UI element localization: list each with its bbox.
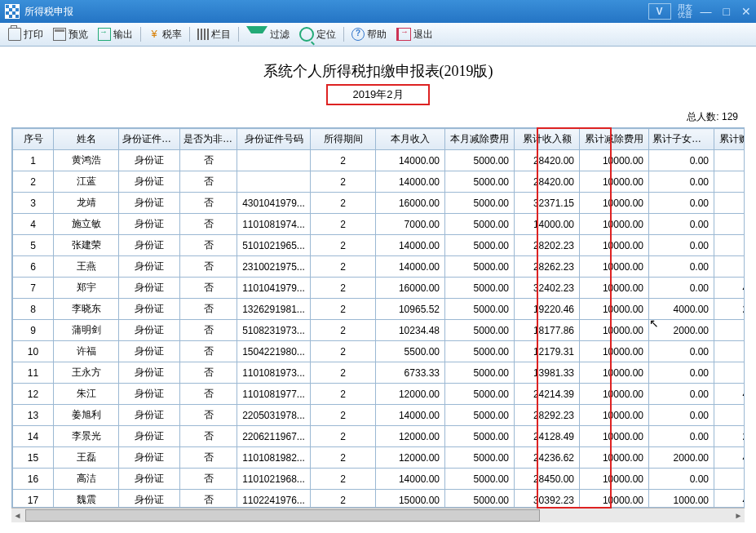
cell-income[interactable]: 16000.00 — [376, 278, 445, 299]
cell-deduct[interactable]: 5000.00 — [445, 469, 515, 490]
col-elder[interactable]: 累计赡养老人 — [714, 129, 745, 150]
cell-child[interactable]: 0.00 — [649, 405, 714, 426]
cell-seq[interactable]: 11 — [13, 362, 54, 384]
cell-idno[interactable]: 1101021968... — [237, 469, 311, 490]
cell-period[interactable]: 2 — [311, 405, 376, 426]
cell-child[interactable]: 2000.00 — [649, 320, 714, 341]
cell-acc_income[interactable]: 28420.00 — [515, 150, 580, 171]
col-name[interactable]: 姓名 — [54, 129, 119, 150]
cell-period[interactable]: 2 — [311, 193, 376, 214]
cell-idno[interactable]: 1102241976... — [237, 490, 311, 509]
cell-period[interactable]: 2 — [311, 447, 376, 469]
cell-income[interactable]: 14000.00 — [376, 469, 445, 490]
cell-idno[interactable]: 5108231973... — [237, 320, 311, 341]
cell-acc_deduct[interactable]: 10000.00 — [580, 235, 649, 256]
cell-elder[interactable]: 0.00 — [714, 150, 745, 171]
cell-acc_deduct[interactable]: 10000.00 — [580, 150, 649, 171]
cell-acc_income[interactable]: 28202.23 — [515, 235, 580, 256]
cell-seq[interactable]: 9 — [13, 320, 54, 341]
table-row[interactable]: 13姜旭利身份证否2205031978...214000.005000.0028… — [13, 405, 745, 426]
cell-nonres[interactable]: 否 — [180, 171, 237, 193]
cell-nonres[interactable]: 否 — [180, 278, 237, 299]
grid-scroll[interactable]: 序号 姓名 身份证件类型 是否为非居... 身份证件号码 所得期间 本月收入 本… — [11, 127, 745, 508]
cell-acc_deduct[interactable]: 10000.00 — [580, 405, 649, 426]
cell-income[interactable]: 14000.00 — [376, 235, 445, 256]
cell-seq[interactable]: 14 — [13, 426, 54, 447]
cell-name[interactable]: 王磊 — [54, 447, 119, 469]
cell-deduct[interactable]: 5000.00 — [445, 256, 515, 278]
cell-acc_income[interactable]: 19220.46 — [515, 299, 580, 320]
cell-idno[interactable] — [237, 171, 311, 193]
col-income[interactable]: 本月收入 — [376, 129, 445, 150]
cell-idno[interactable]: 1101081977... — [237, 384, 311, 405]
cell-acc_deduct[interactable]: 10000.00 — [580, 447, 649, 469]
cell-acc_deduct[interactable]: 10000.00 — [580, 384, 649, 405]
help-button[interactable]: ?帮助 — [347, 26, 391, 43]
table-row[interactable]: 11王永方身份证否1101081973...26733.335000.00139… — [13, 362, 745, 384]
table-row[interactable]: 1黄鸿浩身份证否214000.005000.0028420.0010000.00… — [13, 150, 745, 171]
filter-button[interactable]: 过滤 — [241, 23, 294, 47]
table-row[interactable]: 16高洁身份证否1101021968...214000.005000.00284… — [13, 469, 745, 490]
cell-idno[interactable]: 1101081974... — [237, 214, 311, 235]
cell-idno[interactable]: 1101081973... — [237, 362, 311, 384]
cell-deduct[interactable]: 5000.00 — [445, 384, 515, 405]
cell-deduct[interactable]: 5000.00 — [445, 320, 515, 341]
cell-idtype[interactable]: 身份证 — [119, 362, 180, 384]
cell-acc_income[interactable]: 24214.39 — [515, 384, 580, 405]
cell-acc_income[interactable]: 12179.31 — [515, 341, 580, 362]
cell-period[interactable]: 2 — [311, 171, 376, 193]
cell-acc_deduct[interactable]: 10000.00 — [580, 469, 649, 490]
cell-idno[interactable] — [237, 150, 311, 171]
cell-elder[interactable]: 4000.00 — [714, 447, 745, 469]
close-button[interactable]: ✕ — [741, 5, 751, 18]
cell-nonres[interactable]: 否 — [180, 256, 237, 278]
cell-idtype[interactable]: 身份证 — [119, 299, 180, 320]
col-period[interactable]: 所得期间 — [311, 129, 376, 150]
cell-child[interactable]: 0.00 — [649, 214, 714, 235]
cell-acc_income[interactable]: 13981.33 — [515, 362, 580, 384]
cell-nonres[interactable]: 否 — [180, 193, 237, 214]
cell-name[interactable]: 龙靖 — [54, 193, 119, 214]
col-idno[interactable]: 身份证件号码 — [237, 129, 311, 150]
table-row[interactable]: 2江蓝身份证否214000.005000.0028420.0010000.000… — [13, 171, 745, 193]
cell-idno[interactable]: 4301041979... — [237, 193, 311, 214]
cell-idtype[interactable]: 身份证 — [119, 214, 180, 235]
cell-period[interactable]: 2 — [311, 235, 376, 256]
cell-child[interactable]: 0.00 — [649, 362, 714, 384]
cell-idtype[interactable]: 身份证 — [119, 235, 180, 256]
cell-idtype[interactable]: 身份证 — [119, 405, 180, 426]
cell-child[interactable]: 0.00 — [649, 426, 714, 447]
cell-income[interactable]: 12000.00 — [376, 384, 445, 405]
cell-name[interactable]: 江蓝 — [54, 171, 119, 193]
table-row[interactable]: 7郑宇身份证否1101041979...216000.005000.003240… — [13, 278, 745, 299]
cell-seq[interactable]: 5 — [13, 235, 54, 256]
cell-elder[interactable]: 4000.00 — [714, 278, 745, 299]
horizontal-scrollbar[interactable]: ◄ ► — [11, 508, 745, 522]
cell-elder[interactable]: 4000.00 — [714, 384, 745, 405]
cell-period[interactable]: 2 — [311, 256, 376, 278]
cell-income[interactable]: 5500.00 — [376, 341, 445, 362]
cell-name[interactable]: 黄鸿浩 — [54, 150, 119, 171]
cell-nonres[interactable]: 否 — [180, 235, 237, 256]
cell-child[interactable]: 0.00 — [649, 193, 714, 214]
cell-child[interactable]: 0.00 — [649, 256, 714, 278]
table-row[interactable]: 3龙靖身份证否4301041979...216000.005000.003237… — [13, 193, 745, 214]
cell-deduct[interactable]: 5000.00 — [445, 171, 515, 193]
columns-button[interactable]: 栏目 — [192, 26, 236, 43]
cell-idno[interactable]: 2205031978... — [237, 405, 311, 426]
cell-deduct[interactable]: 5000.00 — [445, 426, 515, 447]
cell-name[interactable]: 蒲明剑 — [54, 320, 119, 341]
minimize-button[interactable]: — — [701, 5, 712, 18]
cell-idtype[interactable]: 身份证 — [119, 469, 180, 490]
cell-period[interactable]: 2 — [311, 278, 376, 299]
cell-deduct[interactable]: 5000.00 — [445, 193, 515, 214]
cell-acc_deduct[interactable]: 10000.00 — [580, 426, 649, 447]
scroll-thumb[interactable] — [25, 509, 540, 522]
cell-nonres[interactable]: 否 — [180, 150, 237, 171]
cell-idno[interactable]: 2310021975... — [237, 256, 311, 278]
rate-button[interactable]: ¥税率 — [144, 26, 187, 43]
cell-name[interactable]: 张建荣 — [54, 235, 119, 256]
cell-acc_income[interactable]: 28262.23 — [515, 256, 580, 278]
cell-seq[interactable]: 10 — [13, 341, 54, 362]
cell-idno[interactable]: 1101081982... — [237, 447, 311, 469]
